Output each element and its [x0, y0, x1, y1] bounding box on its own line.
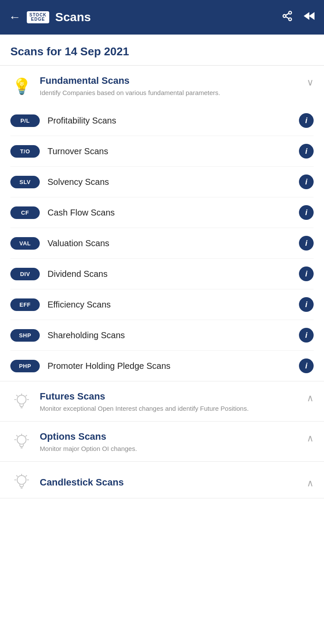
to-badge: T/O [10, 145, 40, 158]
candlestick-scans-section: Candlestick Scans ∧ [0, 462, 324, 498]
cf-badge: CF [10, 206, 40, 219]
svg-line-4 [286, 13, 289, 15]
svg-point-7 [17, 395, 26, 404]
rewind-icon[interactable] [302, 10, 315, 24]
back-button[interactable]: ← [9, 10, 21, 24]
pl-badge: P/L [10, 114, 40, 127]
eff-info-icon[interactable]: i [299, 297, 314, 312]
list-item[interactable]: CF Cash Flow Scans i [10, 197, 314, 228]
candlestick-icon [10, 471, 33, 494]
svg-line-19 [16, 435, 17, 436]
options-scans-title: Options Scans [40, 431, 302, 442]
div-label: Dividend Scans [48, 269, 299, 279]
svg-line-27 [16, 476, 17, 476]
svg-line-20 [26, 435, 27, 436]
shp-label: Shareholding Scans [48, 330, 299, 340]
list-item[interactable]: EFF Efficiency Scans i [10, 289, 314, 320]
svg-line-3 [286, 17, 289, 19]
fundamental-scans-title: Fundamental Scans [40, 75, 302, 86]
list-item[interactable]: SHP Shareholding Scans i [10, 320, 314, 351]
fundamental-scans-section: 💡 Fundamental Scans Identify Companies b… [0, 66, 324, 381]
eff-badge: EFF [10, 298, 40, 311]
header-title: Scans [55, 10, 91, 24]
slv-badge: SLV [10, 176, 40, 188]
page-title-bar: Scans for 14 Sep 2021 [0, 35, 324, 66]
to-info-icon[interactable]: i [299, 144, 314, 159]
options-scans-desc: Monitor major Option OI changes. [40, 444, 302, 453]
share-icon[interactable] [282, 10, 293, 24]
pl-info-icon[interactable]: i [299, 113, 314, 128]
futures-scans-title: Futures Scans [40, 391, 302, 402]
svg-marker-6 [304, 12, 309, 20]
to-label: Turnover Scans [48, 146, 299, 156]
fundamental-scans-desc: Identify Companies based on various fund… [40, 88, 302, 97]
header-actions [282, 10, 315, 24]
slv-info-icon[interactable]: i [299, 174, 314, 189]
val-info-icon[interactable]: i [299, 236, 314, 251]
div-badge: DIV [10, 268, 40, 280]
list-item[interactable]: SLV Solvency Scans i [10, 167, 314, 197]
options-chevron-icon: ∧ [307, 433, 314, 444]
candlestick-scans-header[interactable]: Candlestick Scans ∧ [0, 462, 324, 498]
candlestick-chevron-icon: ∧ [307, 478, 314, 489]
list-item[interactable]: VAL Valuation Scans i [10, 228, 314, 259]
svg-line-11 [16, 395, 17, 396]
header-left: ← STOCK EDGE Scans [9, 10, 91, 24]
svg-line-12 [26, 395, 27, 396]
futures-icon [10, 391, 33, 413]
eff-label: Efficiency Scans [48, 300, 299, 310]
svg-point-23 [17, 476, 26, 485]
cf-label: Cash Flow Scans [48, 208, 299, 218]
svg-line-28 [26, 476, 27, 476]
options-icon [10, 431, 33, 454]
fundamental-scans-text: Fundamental Scans Identify Companies bas… [40, 75, 302, 97]
pl-label: Profitability Scans [48, 116, 299, 126]
futures-scans-header[interactable]: Futures Scans Monitor exceptional Open I… [0, 381, 324, 421]
list-item[interactable]: P/L Profitability Scans i [10, 105, 314, 136]
cf-info-icon[interactable]: i [299, 205, 314, 220]
list-item[interactable]: T/O Turnover Scans i [10, 136, 314, 167]
svg-marker-5 [309, 12, 314, 20]
futures-scans-desc: Monitor exceptional Open Interest change… [40, 404, 302, 413]
fundamental-scan-items: P/L Profitability Scans i T/O Turnover S… [0, 105, 324, 381]
list-item[interactable]: PHP Promoter Holding Pledge Scans i [10, 351, 314, 381]
div-info-icon[interactable]: i [299, 266, 314, 281]
php-label: Promoter Holding Pledge Scans [48, 361, 299, 371]
futures-scans-text: Futures Scans Monitor exceptional Open I… [40, 391, 302, 413]
app-logo: STOCK EDGE [27, 11, 49, 23]
options-scans-header[interactable]: Options Scans Monitor major Option OI ch… [0, 422, 324, 461]
shp-info-icon[interactable]: i [299, 328, 314, 343]
futures-chevron-icon: ∧ [307, 393, 314, 404]
php-badge: PHP [10, 360, 40, 372]
list-item[interactable]: DIV Dividend Scans i [10, 259, 314, 289]
app-header: ← STOCK EDGE Scans [0, 0, 324, 35]
shp-badge: SHP [10, 329, 40, 342]
svg-point-15 [17, 435, 26, 444]
php-info-icon[interactable]: i [299, 358, 314, 373]
fundamental-chevron-icon: ∨ [307, 77, 314, 88]
val-label: Valuation Scans [48, 238, 299, 248]
candlestick-scans-title: Candlestick Scans [40, 477, 302, 488]
options-scans-section: Options Scans Monitor major Option OI ch… [0, 422, 324, 462]
logo-bottom-text: EDGE [31, 17, 45, 22]
futures-scans-section: Futures Scans Monitor exceptional Open I… [0, 381, 324, 422]
candlestick-scans-text: Candlestick Scans [40, 477, 302, 488]
options-scans-text: Options Scans Monitor major Option OI ch… [40, 431, 302, 453]
fundamental-icon: 💡 [10, 75, 33, 98]
page-title: Scans for 14 Sep 2021 [10, 45, 129, 58]
val-badge: VAL [10, 237, 40, 250]
fundamental-scans-header[interactable]: 💡 Fundamental Scans Identify Companies b… [0, 66, 324, 105]
slv-label: Solvency Scans [48, 177, 299, 187]
